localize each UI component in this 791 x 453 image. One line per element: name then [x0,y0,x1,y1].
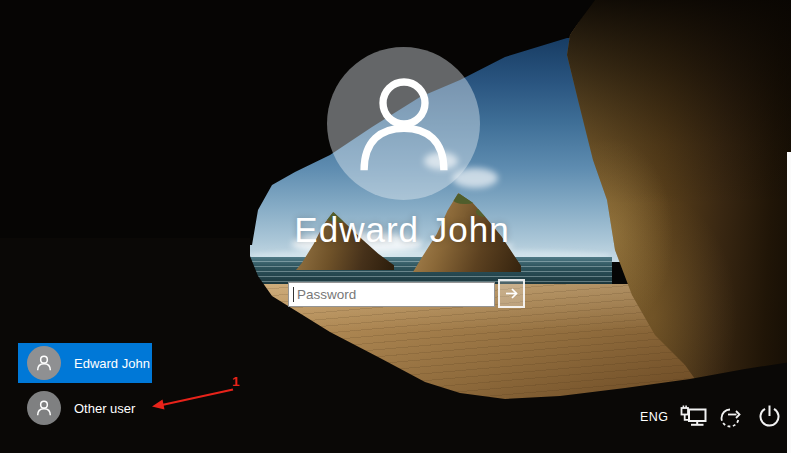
network-button[interactable] [680,403,707,431]
ease-of-access-button[interactable] [718,403,745,431]
user-tile-edward-john[interactable]: Edward John [18,343,152,383]
power-icon [757,404,782,430]
arrow-right-icon [504,287,519,300]
password-field-wrap [288,282,495,307]
windows-login-screen: Edward John Edward John Other user [0,0,791,453]
user-avatar-large [327,47,480,200]
signed-in-username: Edward John [294,210,509,250]
power-button[interactable] [756,403,783,431]
person-icon [341,61,467,187]
screenshot-edge-strip [787,152,791,453]
text-caret [293,287,294,302]
user-tile-other-user[interactable]: Other user [18,388,152,428]
language-indicator[interactable]: ENG [640,410,669,424]
user-avatar-small [27,391,61,425]
annotation-number: 1 [232,374,240,389]
system-tray: ENG [640,402,783,432]
user-tile-label: Edward John [74,356,150,371]
network-icon [680,405,707,429]
user-tile-label: Other user [74,401,135,416]
submit-password-button[interactable] [498,279,525,308]
password-input[interactable] [288,282,495,307]
person-icon [34,353,54,373]
person-icon [34,398,54,418]
ease-of-access-icon [718,404,744,430]
user-avatar-small [27,346,61,380]
